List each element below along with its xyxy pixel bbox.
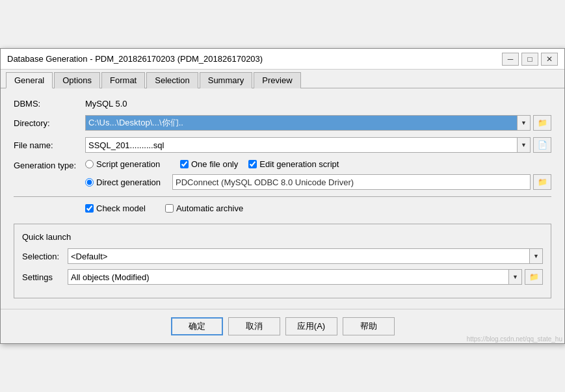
- script-generation-label: Script generation: [96, 159, 160, 169]
- filename-dropdown-arrow[interactable]: ▼: [517, 138, 530, 152]
- tab-bar: General Options Format Selection Summary…: [1, 70, 564, 88]
- edit-gen-script-text: Edit generation script: [259, 159, 339, 169]
- ql-settings-dropdown[interactable]: ▼: [68, 269, 522, 285]
- filename-dropdown[interactable]: ▼: [85, 137, 531, 153]
- close-button[interactable]: ✕: [541, 53, 558, 66]
- maximize-button[interactable]: □: [521, 53, 538, 66]
- ql-settings-input-group: ▼ 📁: [68, 269, 543, 285]
- ql-selection-row: Selection: ▼: [22, 248, 543, 264]
- one-file-only-text: One file only: [191, 159, 238, 169]
- directory-input-group: ▼ 📁: [85, 115, 551, 131]
- help-button[interactable]: 帮助: [343, 317, 395, 335]
- direct-generation-input[interactable]: [172, 174, 531, 190]
- watermark: https://blog.csdn.net/qq_state_hu: [467, 335, 562, 343]
- ql-settings-browse-button[interactable]: 📁: [525, 269, 543, 285]
- ql-selection-input[interactable]: [68, 249, 529, 263]
- automatic-archive-text: Automatic archive: [176, 203, 243, 213]
- cancel-button[interactable]: 取消: [228, 317, 280, 335]
- tab-preview[interactable]: Preview: [254, 72, 300, 88]
- filename-browse-button[interactable]: 📄: [533, 137, 551, 153]
- ql-selection-dropdown-arrow[interactable]: ▼: [529, 249, 542, 263]
- ql-settings-input[interactable]: [68, 270, 508, 284]
- filename-label: File name:: [14, 140, 85, 150]
- directory-row: Directory: ▼ 📁: [14, 115, 551, 131]
- quick-launch-title: Quick launch: [22, 232, 543, 242]
- minimize-button[interactable]: ─: [502, 53, 519, 66]
- tab-general[interactable]: General: [6, 72, 53, 88]
- automatic-archive-checkbox[interactable]: [165, 204, 174, 213]
- tab-options[interactable]: Options: [54, 72, 100, 88]
- checkboxes-row: Check model Automatic archive: [14, 203, 551, 213]
- dbms-value: MySQL 5.0: [85, 99, 127, 109]
- generation-type-label: Generation type:: [14, 159, 85, 170]
- confirm-button[interactable]: 确定: [171, 317, 223, 335]
- tab-summary[interactable]: Summary: [200, 72, 253, 88]
- generation-type-row: Generation type: Script generation One f…: [14, 159, 551, 190]
- check-model-checkbox[interactable]: [85, 204, 94, 213]
- tab-selection[interactable]: Selection: [146, 72, 198, 88]
- quick-launch-section: Quick launch Selection: ▼ Settings ▼ 📁: [14, 224, 551, 298]
- one-file-only-checkbox[interactable]: [180, 160, 189, 168]
- content-area: DBMS: MySQL 5.0 Directory: ▼ 📁 File name…: [1, 88, 564, 309]
- direct-generation-radio[interactable]: [85, 178, 94, 187]
- script-generation-radio-label[interactable]: Script generation: [85, 159, 170, 169]
- dbms-label: DBMS:: [14, 99, 85, 109]
- direct-generation-browse-button[interactable]: 📁: [533, 174, 551, 190]
- directory-dropdown[interactable]: ▼: [85, 115, 531, 131]
- ql-settings-dropdown-arrow[interactable]: ▼: [508, 270, 521, 284]
- directory-dropdown-arrow[interactable]: ▼: [517, 116, 530, 130]
- check-model-label[interactable]: Check model: [85, 203, 146, 213]
- directory-input[interactable]: [86, 116, 517, 130]
- direct-generation-radio-label[interactable]: Direct generation: [85, 177, 170, 187]
- ql-settings-label: Settings: [22, 272, 68, 282]
- filename-input-group: ▼ 📄: [85, 137, 551, 153]
- direct-gen-row: Direct generation 📁: [85, 174, 551, 190]
- ql-settings-row: Settings ▼ 📁: [22, 269, 543, 285]
- ql-selection-dropdown[interactable]: ▼: [68, 248, 543, 264]
- title-bar: Database Generation - PDM_201826170203 (…: [1, 49, 564, 70]
- edit-gen-script-checkbox[interactable]: [248, 160, 257, 168]
- directory-browse-button[interactable]: 📁: [533, 115, 551, 131]
- direct-generation-label: Direct generation: [96, 177, 161, 187]
- main-window: Database Generation - PDM_201826170203 (…: [0, 48, 565, 344]
- script-gen-row: Script generation One file only Edit gen…: [85, 159, 551, 169]
- edit-gen-script-label[interactable]: Edit generation script: [248, 159, 339, 169]
- filename-input[interactable]: [86, 138, 517, 152]
- tab-format[interactable]: Format: [101, 72, 145, 88]
- script-generation-radio[interactable]: [85, 160, 94, 168]
- ql-selection-label: Selection:: [22, 252, 68, 261]
- generation-options: Script generation One file only Edit gen…: [85, 159, 551, 190]
- check-model-text: Check model: [96, 203, 146, 213]
- directory-label: Directory:: [14, 118, 85, 128]
- dbms-row: DBMS: MySQL 5.0: [14, 99, 551, 109]
- filename-row: File name: ▼ 📄: [14, 137, 551, 153]
- automatic-archive-label[interactable]: Automatic archive: [165, 203, 243, 213]
- window-title: Database Generation - PDM_201826170203 (…: [7, 54, 263, 64]
- apply-button[interactable]: 应用(A): [285, 317, 337, 335]
- title-buttons: ─ □ ✕: [502, 53, 558, 66]
- one-file-only-label[interactable]: One file only: [180, 159, 238, 169]
- divider: [14, 196, 551, 197]
